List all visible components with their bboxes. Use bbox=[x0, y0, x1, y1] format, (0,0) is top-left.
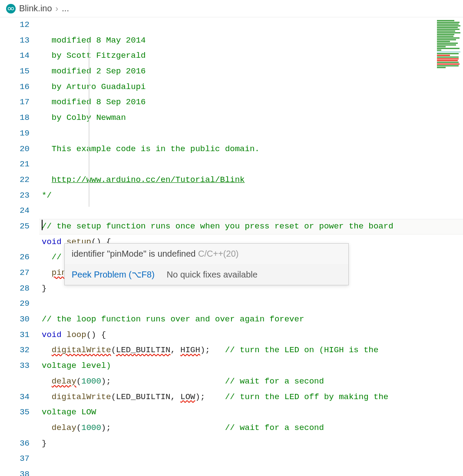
breadcrumb-file[interactable]: Blink.ino bbox=[19, 3, 52, 13]
token: (LED_BUILTIN, bbox=[111, 392, 181, 402]
no-quick-fix-label: No quick fixes available bbox=[167, 270, 258, 280]
breadcrumb-symbol[interactable]: ... bbox=[62, 3, 69, 13]
code-line[interactable]: delay(1000); // wait for a second bbox=[39, 374, 463, 390]
line-number: 34 bbox=[0, 390, 30, 405]
line-number: 29 bbox=[0, 296, 30, 312]
token: delay bbox=[52, 377, 76, 386]
minimap[interactable] bbox=[437, 20, 461, 107]
token: http://www.arduino.cc/en/Tutorial/Blink bbox=[52, 175, 245, 185]
line-number: 23 bbox=[0, 188, 30, 204]
code-line[interactable]: by Arturo Guadalupi bbox=[39, 79, 463, 95]
token: void bbox=[42, 237, 66, 247]
code-line[interactable]: */ bbox=[39, 188, 463, 204]
line-number: 12 bbox=[0, 17, 30, 33]
token: HIGH bbox=[180, 345, 200, 355]
token: modified 8 Sep 2016 bbox=[52, 97, 146, 107]
code-line[interactable]: // the loop function runs over and over … bbox=[39, 312, 463, 327]
code-line[interactable] bbox=[39, 451, 463, 467]
line-number: 21 bbox=[0, 157, 30, 172]
line-number: 17 bbox=[0, 95, 30, 110]
code-line[interactable]: digitalWrite(LED_BUILTIN, HIGH); // turn… bbox=[39, 343, 463, 374]
code-line[interactable] bbox=[39, 126, 463, 142]
code-line[interactable]: digitalWrite(LED_BUILTIN, LOW); // turn … bbox=[39, 390, 463, 420]
code-line[interactable]: } bbox=[39, 436, 463, 452]
line-number: 30 bbox=[0, 312, 30, 327]
token: digitalWrite bbox=[52, 392, 111, 402]
line-number: 37 bbox=[0, 451, 30, 467]
token: } bbox=[42, 439, 46, 448]
token: delay bbox=[52, 423, 76, 433]
token: ( bbox=[76, 423, 81, 433]
code-line[interactable]: by Colby Newman bbox=[39, 110, 463, 126]
code-line[interactable] bbox=[39, 17, 463, 33]
token: , bbox=[170, 345, 180, 355]
token: LED_BUILTIN bbox=[116, 345, 170, 355]
token: } bbox=[42, 284, 46, 293]
code-line[interactable]: modified 2 Sep 2016 bbox=[39, 64, 463, 79]
code-line[interactable]: This example code is in the public domai… bbox=[39, 142, 463, 157]
code-line[interactable]: modified 8 May 2014 bbox=[39, 33, 463, 49]
line-number: 19 bbox=[0, 126, 30, 142]
line-number: 22 bbox=[0, 172, 30, 188]
code-line[interactable]: modified 8 Sep 2016 bbox=[39, 95, 463, 110]
token: ); bbox=[101, 377, 225, 386]
token: ); bbox=[101, 423, 225, 433]
token: This example code is in the public domai… bbox=[52, 144, 260, 154]
code-line[interactable] bbox=[39, 296, 463, 312]
line-number: 36 bbox=[0, 436, 30, 452]
token: digitalWrite bbox=[52, 345, 111, 355]
line-number-gutter: 1213141516171819202122232425262728293031… bbox=[0, 17, 39, 475]
line-number: 35 bbox=[0, 405, 30, 436]
code-line[interactable]: by Scott Fitzgerald bbox=[39, 48, 463, 64]
line-number: 31 bbox=[0, 327, 30, 343]
token: 1000 bbox=[81, 377, 101, 386]
token: // the setup function runs once when you… bbox=[42, 221, 394, 231]
svg-point-0 bbox=[8, 7, 11, 10]
line-number: 15 bbox=[0, 64, 30, 79]
token: */ bbox=[42, 191, 52, 200]
token: // wait for a second bbox=[225, 377, 324, 386]
arduino-logo-icon bbox=[6, 4, 16, 13]
code-line[interactable]: void loop() { bbox=[39, 327, 463, 343]
token: ); bbox=[195, 392, 225, 402]
line-number: 38 bbox=[0, 467, 30, 476]
token: modified 2 Sep 2016 bbox=[52, 66, 146, 76]
indent-guide bbox=[89, 39, 89, 207]
code-line[interactable]: delay(1000); // wait for a second bbox=[39, 420, 463, 436]
token: // the loop function runs over and over … bbox=[42, 314, 304, 324]
chevron-right-icon: › bbox=[56, 3, 59, 13]
line-number: 32 bbox=[0, 343, 30, 358]
peek-problem-link[interactable]: Peek Problem (⌥F8) bbox=[72, 269, 155, 280]
hover-message-row: identifier "pinMode" is undefined C/C++(… bbox=[65, 244, 348, 264]
line-number: 28 bbox=[0, 281, 30, 297]
line-number: 27 bbox=[0, 265, 30, 281]
breadcrumb: Blink.ino › ... bbox=[0, 0, 463, 17]
token: by Scott Fitzgerald bbox=[52, 51, 146, 60]
token: // wait for a second bbox=[225, 423, 324, 433]
token: by Arturo Guadalupi bbox=[52, 82, 146, 92]
code-line[interactable] bbox=[39, 203, 463, 219]
svg-point-1 bbox=[11, 7, 14, 10]
token: loop bbox=[66, 330, 86, 340]
hover-message: identifier "pinMode" is undefined bbox=[72, 249, 196, 258]
code-line[interactable]: http://www.arduino.cc/en/Tutorial/Blink bbox=[39, 172, 463, 188]
token: () { bbox=[86, 330, 106, 340]
token: ( bbox=[76, 377, 81, 386]
line-number: 14 bbox=[0, 48, 30, 64]
line-number: 24 bbox=[0, 203, 30, 219]
token: modified 8 May 2014 bbox=[52, 36, 146, 45]
token: ); bbox=[200, 345, 225, 355]
code-line[interactable]: // the setup function runs once when you… bbox=[39, 219, 463, 235]
token: 1000 bbox=[81, 423, 101, 433]
hover-source: C/C++(20) bbox=[198, 249, 238, 258]
line-number: 13 bbox=[0, 33, 30, 49]
line-number: 26 bbox=[0, 250, 30, 265]
token: ( bbox=[111, 345, 116, 355]
problem-hover-tooltip: identifier "pinMode" is undefined C/C++(… bbox=[64, 243, 349, 285]
token: LOW bbox=[180, 392, 195, 402]
hover-actions-row: Peek Problem (⌥F8) No quick fixes availa… bbox=[65, 264, 348, 285]
line-number: 16 bbox=[0, 79, 30, 95]
line-number: 18 bbox=[0, 110, 30, 126]
line-number: 20 bbox=[0, 142, 30, 157]
code-line[interactable] bbox=[39, 157, 463, 172]
